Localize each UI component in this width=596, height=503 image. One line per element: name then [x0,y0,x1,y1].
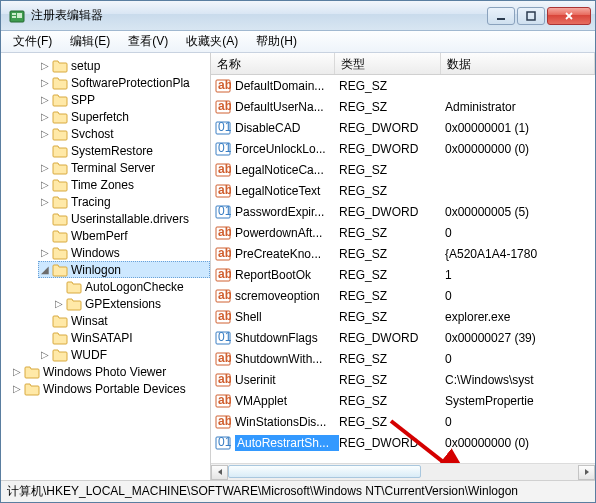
maximize-button[interactable] [517,7,545,25]
tree-item[interactable]: ▷Time Zones [39,176,210,193]
folder-icon [52,348,68,362]
value-data: C:\Windows\syst [445,373,595,387]
value-name: Shell [235,310,339,324]
menu-bar: 文件(F) 编辑(E) 查看(V) 收藏夹(A) 帮助(H) [1,31,595,53]
expand-toggle[interactable]: ▷ [39,60,51,71]
value-row[interactable]: 011AutoRestrartSh...REG_DWORD0x00000000 … [211,432,595,453]
tree-item[interactable]: ▷Svchost [39,125,210,142]
value-type: REG_SZ [339,226,445,240]
value-data: 0 [445,415,595,429]
value-type: REG_SZ [339,100,445,114]
tree-item[interactable]: ▷Windows Portable Devices [11,380,210,397]
scroll-track[interactable] [228,465,578,480]
tree-item[interactable]: ▷Superfetch [39,108,210,125]
expand-toggle[interactable]: ▷ [39,77,51,88]
value-row[interactable]: 011ForceUnlockLo...REG_DWORD0x00000000 (… [211,138,595,159]
column-name[interactable]: 名称 [211,53,335,74]
value-row[interactable]: abReportBootOkREG_SZ1 [211,264,595,285]
value-row[interactable]: abShellREG_SZexplorer.exe [211,306,595,327]
value-row[interactable]: abDefaultUserNa...REG_SZAdministrator [211,96,595,117]
value-row[interactable]: abWinStationsDis...REG_SZ0 [211,411,595,432]
tree-item-label: SystemRestore [71,144,153,158]
expand-toggle[interactable]: ▷ [11,383,23,394]
svg-text:ab: ab [218,393,231,407]
tree-item[interactable]: ▷Tracing [39,193,210,210]
svg-text:ab: ab [218,162,231,176]
close-button[interactable] [547,7,591,25]
reg-sz-icon: ab [215,183,231,199]
regedit-window: 注册表编辑器 文件(F) 编辑(E) 查看(V) 收藏夹(A) 帮助(H) ▷s… [0,0,596,503]
value-row[interactable]: abLegalNoticeTextREG_SZ [211,180,595,201]
value-row[interactable]: abVMAppletREG_SZSystemPropertie [211,390,595,411]
tree-item[interactable]: ▷SPP [39,91,210,108]
tree-item[interactable]: ▷Windows [39,244,210,261]
expand-toggle[interactable]: ▷ [53,298,65,309]
status-path: 计算机\HKEY_LOCAL_MACHINE\SOFTWARE\Microsof… [7,483,518,500]
horizontal-scrollbar[interactable] [211,463,595,480]
menu-file[interactable]: 文件(F) [5,31,60,52]
value-row[interactable]: abscremoveoptionREG_SZ0 [211,285,595,306]
expand-toggle[interactable]: ▷ [39,349,51,360]
tree-item[interactable]: ▷Windows Photo Viewer [11,363,210,380]
reg-sz-icon: ab [215,78,231,94]
tree-item-label: Time Zones [71,178,134,192]
value-name: ForceUnlockLo... [235,142,339,156]
expand-toggle[interactable]: ▷ [11,366,23,377]
scroll-right-button[interactable] [578,465,595,480]
tree-item[interactable]: ▷SoftwareProtectionPla [39,74,210,91]
tree-item[interactable]: ▷GPExtensions [53,295,210,312]
value-row[interactable]: abShutdownWith...REG_SZ0 [211,348,595,369]
svg-text:ab: ab [218,351,231,365]
value-row[interactable]: abPowerdownAft...REG_SZ0 [211,222,595,243]
value-row[interactable]: 011DisableCADREG_DWORD0x00000001 (1) [211,117,595,138]
tree-item[interactable]: ▷WUDF [39,346,210,363]
value-type: REG_SZ [339,415,445,429]
svg-text:ab: ab [218,246,231,260]
tree-item[interactable]: WinSATAPI [39,329,210,346]
expand-toggle[interactable]: ▷ [39,111,51,122]
value-row[interactable]: abUserinitREG_SZC:\Windows\syst [211,369,595,390]
list-body[interactable]: abDefaultDomain...REG_SZabDefaultUserNa.… [211,75,595,463]
expand-toggle[interactable]: ▷ [39,179,51,190]
column-data[interactable]: 数据 [441,53,595,74]
expand-toggle[interactable]: ▷ [39,94,51,105]
expand-toggle[interactable]: ▷ [39,247,51,258]
tree-item[interactable]: ◢Winlogon [38,261,210,278]
value-row[interactable]: abDefaultDomain...REG_SZ [211,75,595,96]
scroll-thumb[interactable] [228,465,421,478]
tree-item[interactable]: WbemPerf [39,227,210,244]
tree-item[interactable]: SystemRestore [39,142,210,159]
value-name: Userinit [235,373,339,387]
tree-pane[interactable]: ▷setup▷SoftwareProtectionPla▷SPP▷Superfe… [1,53,211,480]
title-bar[interactable]: 注册表编辑器 [1,1,595,31]
folder-icon [52,59,68,73]
menu-favorites[interactable]: 收藏夹(A) [178,31,246,52]
expand-toggle[interactable]: ▷ [39,128,51,139]
tree-item[interactable]: ▷setup [39,57,210,74]
svg-text:ab: ab [218,309,231,323]
reg-sz-icon: ab [215,99,231,115]
tree-item[interactable]: ▷Terminal Server [39,159,210,176]
column-type[interactable]: 类型 [335,53,441,74]
folder-icon [52,110,68,124]
content-area: ▷setup▷SoftwareProtectionPla▷SPP▷Superfe… [1,53,595,480]
folder-icon [52,331,68,345]
svg-marker-44 [218,469,222,475]
value-row[interactable]: 011PasswordExpir...REG_DWORD0x00000005 (… [211,201,595,222]
menu-edit[interactable]: 编辑(E) [62,31,118,52]
expand-toggle[interactable]: ▷ [39,162,51,173]
tree-item[interactable]: Winsat [39,312,210,329]
value-row[interactable]: 011ShutdownFlagsREG_DWORD0x00000027 (39) [211,327,595,348]
scroll-left-button[interactable] [211,465,228,480]
value-row[interactable]: abLegalNoticeCa...REG_SZ [211,159,595,180]
value-row[interactable]: abPreCreateKno...REG_SZ{A520A1A4-1780 [211,243,595,264]
minimize-button[interactable] [487,7,515,25]
tree-item[interactable]: AutoLogonChecke [53,278,210,295]
tree-item-label: Windows [71,246,120,260]
expand-toggle[interactable]: ▷ [39,196,51,207]
expand-toggle[interactable]: ◢ [39,264,51,275]
value-name: DisableCAD [235,121,339,135]
menu-view[interactable]: 查看(V) [120,31,176,52]
tree-item[interactable]: Userinstallable.drivers [39,210,210,227]
menu-help[interactable]: 帮助(H) [248,31,305,52]
